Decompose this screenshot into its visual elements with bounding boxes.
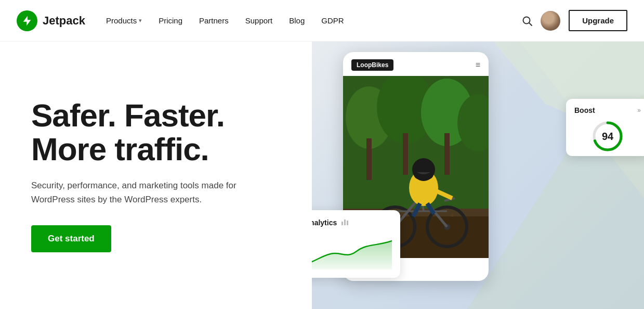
svg-rect-13 [444,133,450,175]
avatar-image [541,11,560,31]
logo-area[interactable]: Jetpack [17,10,85,31]
nav-item-support[interactable]: Support [245,16,273,25]
nav-item-pricing[interactable]: Pricing [159,16,182,25]
svg-rect-11 [366,138,372,180]
boost-score-circle: 94 [591,120,624,153]
search-button[interactable] [522,16,532,26]
boost-card-header: Boost » [574,106,641,114]
svg-rect-12 [403,133,408,175]
boost-card: Boost » 94 [566,99,644,156]
upgrade-button[interactable]: Upgrade [569,10,627,31]
jetpack-logo-icon [17,10,37,31]
phone-header: LoopBikes ≡ [343,52,489,76]
svg-marker-0 [23,16,31,25]
hero-left: Safer. Faster. More traffic. Security, p… [0,42,312,309]
boost-chevron-icon: » [637,107,641,114]
header: Jetpack Products ▾ Pricing Partners Supp… [0,0,644,42]
hero-headline: Safer. Faster. More traffic. [31,98,295,166]
nav-item-blog[interactable]: Blog [289,16,305,25]
analytics-card-title: Analytics [312,217,392,228]
bar-chart-icon [341,217,349,228]
header-right: Upgrade [522,10,627,31]
get-started-button[interactable]: Get started [31,225,111,252]
svg-rect-34 [341,222,343,225]
boost-score-container: 94 [574,120,641,153]
avatar[interactable] [541,11,560,31]
main-nav: Products ▾ Pricing Partners Support Blog… [106,16,522,25]
logo-text: Jetpack [43,14,85,28]
nav-item-partners[interactable]: Partners [199,16,229,25]
svg-line-2 [529,23,532,25]
nav-item-products[interactable]: Products ▾ [106,16,142,25]
products-dropdown-chevron: ▾ [139,17,142,24]
hero-section: Safer. Faster. More traffic. Security, p… [0,42,644,309]
svg-point-33 [451,214,454,217]
hero-subtext: Security, performance, and marketing too… [31,178,281,207]
hero-right: LoopBikes ≡ [312,42,644,309]
nav-item-gdpr[interactable]: GDPR [321,16,344,25]
phone-menu-icon: ≡ [476,60,480,70]
search-icon [522,16,532,26]
boost-score-value: 94 [591,120,624,153]
boost-card-title: Boost [574,106,595,114]
analytics-card: Analytics [312,210,400,278]
svg-rect-36 [347,221,348,225]
analytics-chart [312,233,392,269]
svg-rect-35 [344,220,346,225]
phone-site-name: LoopBikes [351,59,393,71]
